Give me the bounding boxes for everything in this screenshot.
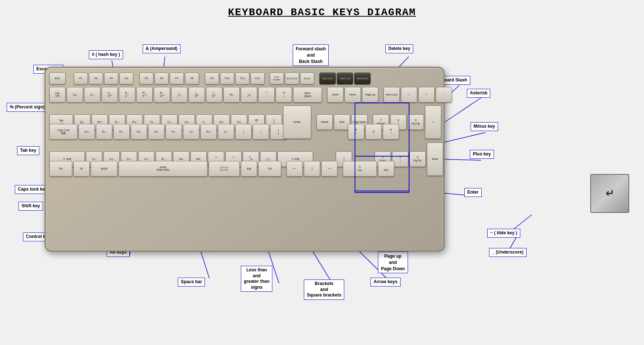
- key-esc[interactable]: Esc: [49, 73, 66, 84]
- key-num9[interactable]: 9Pg Up: [408, 114, 424, 130]
- key-ctrl-left[interactable]: Ctrl: [49, 161, 72, 177]
- key-arrow-down[interactable]: ↓: [304, 161, 320, 177]
- key-muhenkan[interactable]: 無変換: [91, 161, 117, 177]
- key-hankaku[interactable]: 半角/全角: [49, 87, 66, 103]
- key-j[interactable]: Jま: [183, 124, 199, 140]
- key-f12[interactable]: F12: [250, 73, 265, 84]
- key-6[interactable]: &6お: [154, 87, 170, 103]
- enter-key-inset: ↵: [590, 174, 629, 213]
- key-caps-lock-ind[interactable]: Caps Lock: [337, 73, 353, 84]
- key-l[interactable]: Lり: [218, 124, 234, 140]
- key-num-plus[interactable]: +: [425, 105, 441, 139]
- svg-line-27: [441, 159, 481, 160]
- key-scroll-lock-ind[interactable]: Scroll Lock: [354, 73, 371, 84]
- key-f11[interactable]: F11: [235, 73, 249, 84]
- label-tilde-key: ~ ( tilde key ): [487, 229, 520, 238]
- key-5[interactable]: %5え: [136, 87, 153, 103]
- key-f4[interactable]: F4: [119, 73, 133, 84]
- key-num4[interactable]: 4←: [348, 124, 364, 140]
- label-page-up-down: Page upandPage Down: [378, 252, 408, 273]
- key-scroll-lock[interactable]: Scroll Lock: [285, 73, 299, 84]
- key-s[interactable]: Sと: [96, 124, 112, 140]
- key-num-del[interactable]: .Del: [378, 161, 394, 177]
- key-space[interactable]: 前候補変換(次候補): [119, 161, 208, 177]
- key-numlock[interactable]: Num Lock: [384, 87, 400, 103]
- key-semicolon[interactable]: ;+: [235, 124, 252, 140]
- key-f1[interactable]: F1: [74, 73, 88, 84]
- key-f9[interactable]: F9: [205, 73, 219, 84]
- label-enter: Enter: [464, 188, 482, 197]
- key-0[interactable]: 0わ: [223, 87, 240, 103]
- label-brackets: BracketsandSquare brackets: [304, 279, 344, 300]
- key-henkan[interactable]: 変換: [241, 161, 257, 177]
- svg-line-26: [443, 133, 485, 143]
- key-f2[interactable]: F2: [89, 73, 103, 84]
- label-ampersand: & (Ampersand): [143, 44, 180, 53]
- key-num5[interactable]: 5: [365, 124, 382, 140]
- label-percent-sign: % (Percent sign): [7, 103, 47, 112]
- key-num-slash[interactable]: /: [401, 87, 417, 103]
- label-shift-key-left: Shift key: [19, 202, 43, 211]
- key-num-minus[interactable]: -: [436, 87, 452, 103]
- key-katakana[interactable]: カタカナひらがな: [209, 161, 240, 177]
- key-4[interactable]: $4う: [119, 87, 135, 103]
- key-num-asterisk[interactable]: *: [418, 87, 435, 103]
- label-tab-key: Tab key: [17, 146, 39, 155]
- key-f3[interactable]: F3: [104, 73, 118, 84]
- key-g[interactable]: Gき: [148, 124, 165, 140]
- key-k[interactable]: Kの: [200, 124, 217, 140]
- key-f5[interactable]: F5: [139, 73, 153, 84]
- key-caps-lock[interactable]: Caps Lock英数: [49, 124, 77, 140]
- key-3[interactable]: #3あ: [102, 87, 118, 103]
- key-win[interactable]: ⊞: [73, 161, 90, 177]
- key-2[interactable]: 2ふ: [84, 87, 100, 103]
- key-home[interactable]: Home: [345, 87, 361, 103]
- key-num-enter[interactable]: Enter: [427, 143, 443, 176]
- label-delete-key: Delete key: [385, 44, 413, 53]
- key-insert[interactable]: Insert: [327, 87, 343, 103]
- key-1[interactable]: 1ぬ: [67, 87, 83, 103]
- label-asterisk2: Asterisk: [467, 89, 490, 98]
- key-backspace[interactable]: BackSpace: [293, 87, 322, 103]
- key-colon[interactable]: :*: [253, 124, 269, 140]
- key-f7[interactable]: F7: [170, 73, 184, 84]
- label-fwd-back-slash: Forward slashandBack Slash: [293, 44, 329, 66]
- key-enter[interactable]: Enter: [283, 105, 311, 139]
- key-h[interactable]: Hく: [166, 124, 182, 140]
- key-a[interactable]: Aち: [79, 124, 95, 140]
- key-arrow-right[interactable]: →: [321, 161, 338, 177]
- label-hash-key: # ( hash key ): [89, 50, 123, 59]
- key-ctrl-right[interactable]: Ctrl: [258, 161, 281, 177]
- label-space-bar: Space bar: [178, 278, 205, 287]
- key-yen[interactable]: ¥|: [276, 87, 292, 103]
- key-page-up[interactable]: Page Up: [362, 87, 378, 103]
- label-minus-key: Minus key: [471, 122, 498, 131]
- key-f6[interactable]: F6: [155, 73, 169, 84]
- key-f[interactable]: Fは: [131, 124, 147, 140]
- label-less-greater: Less thanandgreater thansigns: [241, 266, 272, 292]
- key-arrow-left[interactable]: ←: [286, 161, 303, 177]
- key-num6[interactable]: 6→: [383, 124, 399, 140]
- key-num-lock[interactable]: Num Lock: [319, 73, 336, 84]
- label-arrow-keys: Arrow keys: [371, 278, 401, 287]
- key-9[interactable]: )9よ: [206, 87, 222, 103]
- key-num3[interactable]: 3Pg Dn: [409, 151, 426, 167]
- key-num2[interactable]: 2↓: [392, 151, 408, 167]
- key-minus[interactable]: -=ほ: [241, 87, 257, 103]
- key-num0[interactable]: 0Ins: [343, 161, 377, 177]
- page-title: KEYBOARD BASIC KEYS DIAGRAM: [0, 0, 644, 18]
- key-8[interactable]: (8ゆ: [189, 87, 205, 103]
- label-plus-key: Plus key: [470, 150, 494, 159]
- key-f10[interactable]: F10: [220, 73, 234, 84]
- key-d[interactable]: Dし: [113, 124, 130, 140]
- key-f8[interactable]: F8: [185, 73, 199, 84]
- key-print-screen[interactable]: Print Screen: [270, 73, 284, 84]
- key-pause[interactable]: Pause: [300, 73, 314, 84]
- key-7[interactable]: '7や: [171, 87, 187, 103]
- label-underscore: _ (Underscore): [489, 248, 527, 257]
- key-equals[interactable]: ^~: [258, 87, 275, 103]
